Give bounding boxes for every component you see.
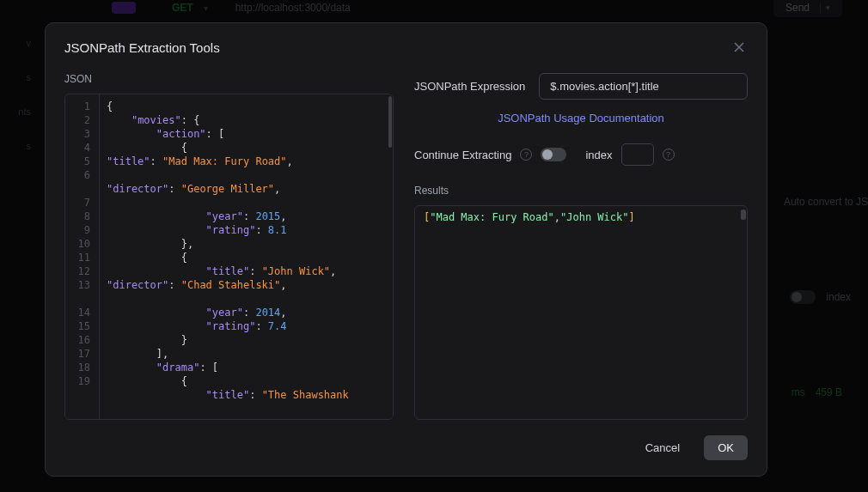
modal-header: JSONPath Extraction Tools <box>46 23 767 64</box>
modal-footer: Cancel OK <box>46 423 767 476</box>
result-value: "Mad Max: Fury Road" <box>430 211 554 223</box>
continue-toggle[interactable] <box>541 148 566 161</box>
editor-scrollbar[interactable] <box>388 94 393 419</box>
continue-row: Continue Extracting ? index ? <box>414 143 748 166</box>
scrollbar-thumb[interactable] <box>388 96 392 148</box>
index-label: index <box>585 149 612 161</box>
code-area[interactable]: { "movies": { "action": [ { "title": "Ma… <box>100 94 393 419</box>
expression-label: JSONPath Expression <box>414 80 525 93</box>
cancel-button[interactable]: Cancel <box>632 435 694 460</box>
right-panel: JSONPath Expression JSONPath Usage Docum… <box>414 73 748 420</box>
results-label: Results <box>414 185 748 197</box>
ok-button[interactable]: OK <box>704 435 748 460</box>
results-box[interactable]: ["Mad Max: Fury Road","John Wick"] <box>414 205 748 420</box>
help-icon[interactable]: ? <box>520 149 532 161</box>
documentation-link[interactable]: JSONPath Usage Documentation <box>414 112 748 125</box>
line-gutter: 1 2 3 4 5 6 7 8 9 10 11 12 13 14 15 16 1 <box>65 94 100 419</box>
json-editor[interactable]: 1 2 3 4 5 6 7 8 9 10 11 12 13 14 15 16 1 <box>64 94 394 420</box>
results-scrollbar[interactable] <box>741 210 746 220</box>
expression-input[interactable] <box>539 73 748 100</box>
index-input[interactable] <box>621 143 654 166</box>
json-panel: JSON 1 2 3 4 5 6 7 8 9 10 11 12 13 14 <box>64 73 394 420</box>
modal-title: JSONPath Extraction Tools <box>64 40 220 55</box>
jsonpath-modal: JSONPath Extraction Tools JSON 1 2 3 4 5… <box>45 22 767 477</box>
result-value: "John Wick" <box>560 211 629 223</box>
modal-body: JSON 1 2 3 4 5 6 7 8 9 10 11 12 13 14 <box>46 64 767 423</box>
continue-label: Continue Extracting <box>414 149 511 161</box>
help-icon[interactable]: ? <box>663 149 675 161</box>
json-label: JSON <box>64 73 394 85</box>
close-icon[interactable] <box>730 39 748 56</box>
expression-row: JSONPath Expression <box>414 73 748 100</box>
